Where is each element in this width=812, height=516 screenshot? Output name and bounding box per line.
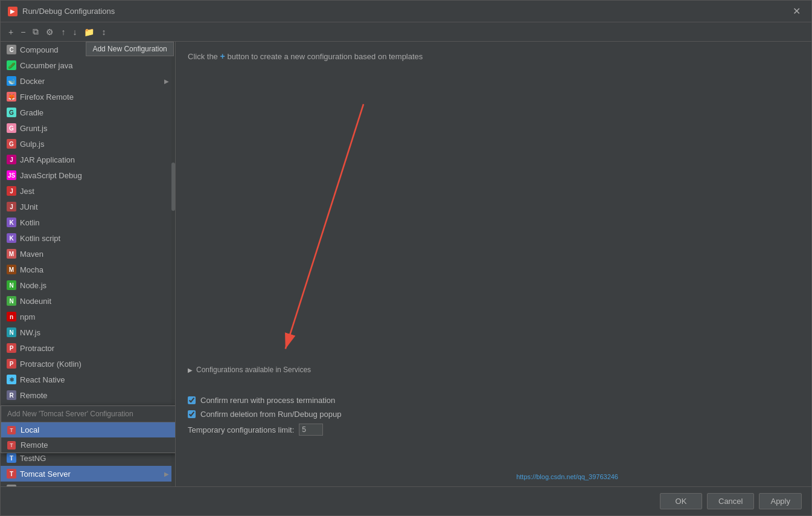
scrollbar-thumb[interactable] (171, 163, 175, 211)
list-item-javascript-debug[interactable]: JSJavaScript Debug (1, 167, 175, 183)
list-item-icon-javascript-debug: JS (7, 170, 16, 180)
list-item-gruntjs[interactable]: GGrunt.js (1, 120, 175, 136)
list-item-protractor-kotlin[interactable]: PProtractor (Kotlin) (1, 356, 175, 372)
list-item-icon-tomcat-server: T (7, 469, 16, 479)
footer: OK Cancel Apply (1, 486, 811, 515)
list-item-label-docker: Docker (20, 77, 161, 86)
list-item-label-kotlin-script: Kotlin script (20, 234, 169, 243)
list-item-icon-npm: n (7, 312, 16, 321)
folder-button[interactable]: 📁 (81, 25, 97, 39)
cancel-button[interactable]: Cancel (707, 493, 754, 509)
settings-button[interactable]: ⚙ (43, 25, 57, 39)
list-item-arrow-docker: ▶ (164, 78, 169, 85)
list-item-gradle[interactable]: GGradle (1, 105, 175, 120)
list-item-jest[interactable]: JJest (1, 183, 175, 199)
list-item-icon-nwjs: N (7, 327, 16, 337)
remove-button[interactable]: − (18, 25, 28, 39)
add-config-tooltip: Add New Configuration (86, 42, 173, 56)
list-item-label-nwjs: NW.js (20, 328, 169, 337)
list-item-icon-protractor: P (7, 343, 16, 353)
list-item-remote[interactable]: RRemote (1, 387, 175, 403)
apply-button[interactable]: Apply (759, 493, 802, 509)
list-item-icon-testng: T (7, 453, 16, 463)
list-item-label-gulpjs: Gulp.js (20, 140, 169, 149)
list-item-mocha[interactable]: MMocha (1, 262, 175, 277)
list-item-label-javascript-debug: JavaScript Debug (20, 171, 169, 180)
list-item-icon-junit: J (7, 202, 16, 211)
confirm-deletion-label: Confirm deletion from Run/Debug popup (200, 410, 341, 419)
list-item-gulpjs[interactable]: GGulp.js (1, 136, 175, 152)
list-item-nwjs[interactable]: NNW.js (1, 324, 175, 340)
list-item-nodejs[interactable]: NNode.js (1, 277, 175, 293)
ok-button[interactable]: OK (660, 493, 702, 509)
remote-icon: T (7, 441, 16, 450)
list-item-icon-nodejs: N (7, 280, 16, 290)
copy-button[interactable]: ⧉ (30, 25, 42, 39)
list-item-icon-gruntjs: G (7, 123, 16, 133)
list-item-label-testng: TestNG (20, 454, 169, 463)
footer-link[interactable]: https://blog.csdn.net/qq_39763246 (516, 473, 618, 480)
list-item-icon-docker: 🐋 (7, 76, 16, 86)
list-item-protractor[interactable]: PProtractor (1, 340, 175, 356)
list-item-nodeunit[interactable]: NNodeunit (1, 293, 175, 309)
list-item-kotlin-script[interactable]: KKotlin script (1, 230, 175, 246)
list-item-label-cucumber-java: Cucumber java (20, 61, 169, 70)
list-item-icon-kotlin-script: K (7, 233, 16, 243)
right-panel: Click the + button to create a new confi… (176, 42, 811, 486)
confirm-rerun-label: Confirm rerun with process termination (200, 396, 335, 405)
list-item-icon-remote: R (7, 390, 16, 400)
submenu-item-local[interactable]: T Local (1, 422, 175, 437)
submenu-local-label: Local (21, 425, 39, 434)
list-item-icon-jest: J (7, 186, 16, 196)
close-button[interactable]: ✕ (789, 4, 804, 18)
list-item-label-gradle: Gradle (20, 108, 169, 117)
list-item-docker[interactable]: 🐋Docker▶ (1, 73, 175, 89)
submenu-remote-label: Remote (21, 440, 48, 450)
hint-text: Click the + button to create a new confi… (176, 42, 811, 67)
list-item-label-mocha: Mocha (20, 265, 169, 274)
limit-label: Temporary configurations limit: (188, 425, 294, 434)
list-item-maven[interactable]: MMaven (1, 246, 175, 262)
list-item-junit[interactable]: JJUnit (1, 199, 175, 214)
list-item-icon-compound: C (7, 45, 16, 54)
list-item-icon-react-native: ⚛ (7, 375, 16, 384)
local-icon: T (7, 426, 16, 434)
list-item-label-junit: JUnit (20, 202, 169, 211)
list-item-xslt[interactable]: XXSLT (1, 482, 175, 486)
left-panel: CCompound🥒Cucumber java🐋Docker▶🦊Firefox … (1, 42, 176, 486)
list-item-label-jest: Jest (20, 187, 169, 196)
services-section: ▶ Configurations available in Services (188, 362, 799, 378)
title-bar: ▶ Run/Debug Configurations ✕ (1, 1, 811, 22)
limit-input[interactable] (299, 424, 323, 436)
services-label: Configurations available in Services (196, 366, 311, 374)
submenu-item-remote[interactable]: T Remote (1, 437, 175, 453)
list-item-icon-jar-application: J (7, 155, 16, 164)
app-icon: ▶ (8, 7, 18, 16)
list-item-tomcat-server[interactable]: TTomcat Server▶ (1, 466, 175, 482)
list-item-jar-application[interactable]: JJAR Application (1, 152, 175, 167)
list-item-icon-nodeunit: N (7, 296, 16, 306)
tomcat-submenu: Add New 'Tomcat Server' Configuration T … (1, 405, 176, 453)
list-item-label-firefox-remote: Firefox Remote (20, 92, 169, 102)
list-item-label-nodejs: Node.js (20, 281, 169, 290)
list-item-arrow-tomcat-server: ▶ (164, 471, 169, 477)
hint-plus: + (220, 51, 227, 61)
list-item-label-xslt: XSLT (20, 485, 169, 487)
toolbar: + − ⧉ ⚙ ↑ ↓ 📁 ↕ Add New Configuration (1, 22, 811, 42)
move-up-button[interactable]: ↑ (58, 25, 68, 39)
list-item-label-protractor: Protractor (20, 344, 169, 353)
list-item-cucumber-java[interactable]: 🥒Cucumber java (1, 57, 175, 73)
list-item-icon-maven: M (7, 249, 16, 259)
list-item-firefox-remote[interactable]: 🦊Firefox Remote (1, 89, 175, 105)
list-item-react-native[interactable]: ⚛React Native (1, 372, 175, 387)
list-item-npm[interactable]: nnpm (1, 309, 175, 324)
add-button[interactable]: + (5, 25, 16, 39)
list-item-icon-mocha: M (7, 265, 16, 274)
bottom-options: Confirm rerun with process termination C… (188, 393, 799, 438)
list-item-kotlin[interactable]: KKotlin (1, 214, 175, 230)
confirm-deletion-checkbox[interactable] (188, 410, 196, 418)
move-down-button[interactable]: ↓ (69, 25, 80, 39)
confirm-rerun-checkbox[interactable] (188, 396, 196, 404)
sort-button[interactable]: ↕ (98, 25, 109, 39)
list-item-icon-protractor-kotlin: P (7, 359, 16, 369)
